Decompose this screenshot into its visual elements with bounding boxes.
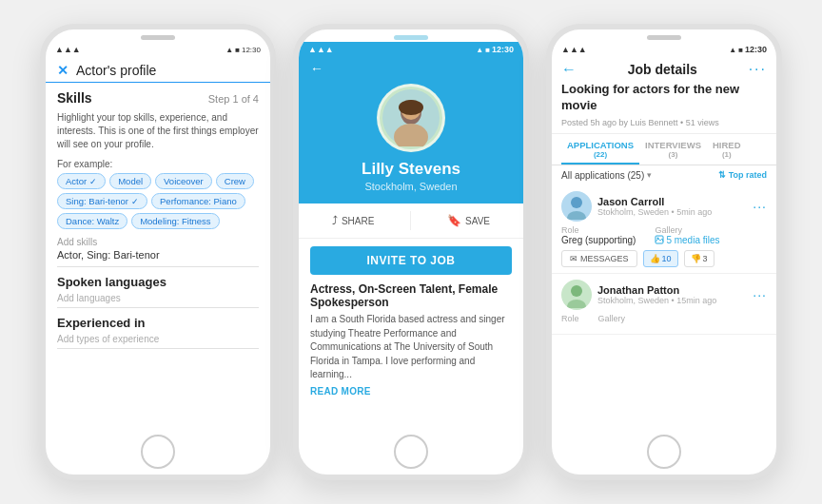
check-icon-2: ✓ — [131, 197, 139, 206]
check-icon: ✓ — [89, 177, 97, 186]
close-icon[interactable]: ✕ — [57, 63, 68, 78]
candidate-top-1: Jason Carroll Stokholm, Sweden • 5min ag… — [561, 191, 767, 222]
more-options-icon[interactable]: ··· — [749, 61, 767, 78]
back-arrow-2[interactable]: ← — [310, 61, 323, 76]
candidate-more-icon-1[interactable]: ··· — [753, 199, 767, 214]
home-button-2[interactable] — [394, 435, 428, 469]
skills-title: Skills — [57, 90, 92, 106]
time-display-2: 12:30 — [492, 45, 514, 54]
signal-icon-2: ▲▲▲ — [308, 45, 334, 54]
messages-button-1[interactable]: ✉ MESSAGES — [561, 250, 637, 267]
share-button[interactable]: ⤴ SHARE — [332, 211, 374, 230]
skills-description: Highlight your top skills, experience, a… — [57, 111, 259, 151]
sort-icon: ⇅ — [718, 170, 726, 180]
phone1-content: Skills Step 1 of 4 Highlight your top sk… — [46, 83, 270, 429]
home-button[interactable] — [141, 435, 175, 469]
example-label: For example: — [57, 159, 259, 169]
tag-dance[interactable]: Dance: Waltz — [57, 213, 127, 229]
like-button-1[interactable]: 👍 10 — [643, 250, 678, 267]
page-title: Actor's profile — [76, 63, 156, 78]
filter-row: All applications (25) ▾ ⇅ Top rated — [552, 165, 776, 185]
candidate-avatar-2 — [561, 280, 592, 310]
tag-model[interactable]: Model — [109, 173, 151, 189]
gallery-value-1: 5 media files — [666, 235, 719, 245]
tags-row-3: Dance: Waltz Modeling: Fitness — [57, 213, 259, 229]
message-icon: ✉ — [570, 254, 577, 263]
job-title-section: Looking for actors for the new movie Pos… — [552, 82, 776, 134]
tab-hired[interactable]: HIRED (1) — [707, 134, 747, 165]
bio-section: Actress, On-Screen Talent, Female Spokes… — [299, 282, 523, 397]
home-button-3[interactable] — [647, 435, 681, 469]
signal-icon: ▲▲▲ — [55, 45, 81, 54]
candidate-meta-2: Stokholm, Sweden • 15min ago — [597, 296, 716, 305]
svg-point-9 — [571, 285, 582, 297]
tag-sing[interactable]: Sing: Bari-tenor✓ — [57, 193, 147, 209]
dislikes-count: 3 — [703, 254, 708, 263]
candidate-avatar-1 — [561, 191, 592, 222]
experienced-in-title: Experienced in — [57, 316, 259, 330]
tab-interviews[interactable]: INTERVIEWS (3) — [639, 134, 707, 165]
top-rated-filter[interactable]: ⇅ Top rated — [718, 170, 767, 180]
status-bar-3: ▲▲▲ ▲ ■ 12:30 — [552, 42, 776, 57]
action-buttons: ⤴ SHARE 🔖 SAVE — [299, 204, 523, 239]
tag-actor[interactable]: Actor✓ — [57, 173, 106, 189]
phone-1: ▲▲▲ ▲ ■ 12:30 ✕ Actor's profile Skills S… — [40, 24, 276, 480]
candidate-name-1: Jason Carroll — [597, 196, 712, 207]
role-label-2: Role — [561, 314, 579, 323]
tab-applications[interactable]: APPLICATIONS (22) — [561, 134, 639, 165]
svg-point-10 — [567, 300, 586, 308]
candidate-name-2: Jonathan Patton — [597, 284, 716, 296]
tag-crew[interactable]: Crew — [216, 173, 254, 189]
battery-icon: ■ — [235, 46, 240, 54]
candidate-top-2: Jonathan Patton Stokholm, Sweden • 15min… — [561, 280, 767, 310]
add-experience-input[interactable]: Add types of experience — [57, 334, 259, 349]
step-label: Step 1 of 4 — [208, 93, 259, 105]
tabs-row: APPLICATIONS (22) INTERVIEWS (3) HIRED (… — [552, 134, 776, 165]
phone1-header: ✕ Actor's profile — [46, 57, 270, 83]
phone-speaker-top-2 — [299, 29, 523, 42]
wifi-icon-3: ▲ — [729, 46, 736, 54]
phone-speaker-top — [46, 29, 270, 42]
likes-count: 10 — [662, 254, 672, 263]
share-label: SHARE — [342, 216, 374, 226]
phone2-header: ← Lilly Stevens Stockholm, Sweden — [299, 57, 523, 204]
add-languages-input[interactable]: Add languages — [57, 293, 259, 308]
save-label: SAVE — [465, 216, 490, 226]
filter-dropdown[interactable]: All applications (25) ▾ — [561, 170, 652, 181]
tag-voiceover[interactable]: Voiceover — [155, 173, 212, 189]
read-more-link[interactable]: READ MORE — [310, 386, 512, 397]
time-display: 12:30 — [242, 46, 261, 54]
thumbs-up-icon: 👍 — [650, 254, 660, 263]
back-arrow-3[interactable]: ← — [561, 61, 577, 78]
chevron-down-icon: ▾ — [647, 170, 652, 180]
job-title: Looking for actors for the new movie — [561, 82, 767, 114]
candidate-card-1: Jason Carroll Stokholm, Sweden • 5min ag… — [552, 185, 776, 274]
dislike-button-1[interactable]: 👎 3 — [684, 250, 714, 267]
role-label-1: Role — [561, 225, 636, 235]
candidate-info-2: Jonathan Patton Stokholm, Sweden • 15min… — [561, 280, 716, 310]
share-icon: ⤴ — [332, 214, 338, 227]
phone-speaker-top-3 — [552, 29, 776, 42]
save-button[interactable]: 🔖 SAVE — [447, 211, 490, 230]
candidate-info-1: Jason Carroll Stokholm, Sweden • 5min ag… — [561, 191, 712, 222]
messages-label: MESSAGES — [580, 254, 629, 263]
wifi-icon: ▲ — [225, 46, 233, 54]
page-title-3: Job details — [628, 62, 697, 77]
candidate-details-1: Role Greg (supporting) Gallery 5 media f… — [561, 225, 767, 245]
bio-title: Actress, On-Screen Talent, Female Spokes… — [310, 282, 512, 309]
skills-header: Skills Step 1 of 4 — [57, 90, 259, 106]
filter-label: All applications (25) — [561, 170, 644, 181]
tags-row-1: Actor✓ Model Voiceover Crew — [57, 173, 259, 189]
candidate-card-2: Jonathan Patton Stokholm, Sweden • 15min… — [552, 274, 776, 335]
role-value-1: Greg (supporting) — [561, 235, 636, 245]
add-skills-value[interactable]: Actor, Sing: Bari-tenor — [57, 249, 259, 261]
svg-point-5 — [571, 197, 582, 208]
candidate-more-icon-2[interactable]: ··· — [753, 287, 767, 302]
tag-modeling[interactable]: Modeling: Fitness — [131, 213, 219, 229]
status-bar-1: ▲▲▲ ▲ ■ 12:30 — [46, 42, 270, 57]
tag-performance[interactable]: Perfomance: Piano — [151, 193, 245, 209]
add-skills-label: Add skills — [57, 237, 259, 247]
phone-2: ▲▲▲ ▲ ■ 12:30 ← Lilly Stevens Stockholm,… — [293, 24, 529, 480]
gallery-link-1[interactable]: 5 media files — [655, 235, 719, 245]
invite-button[interactable]: INVITE TO JOB — [310, 246, 512, 275]
